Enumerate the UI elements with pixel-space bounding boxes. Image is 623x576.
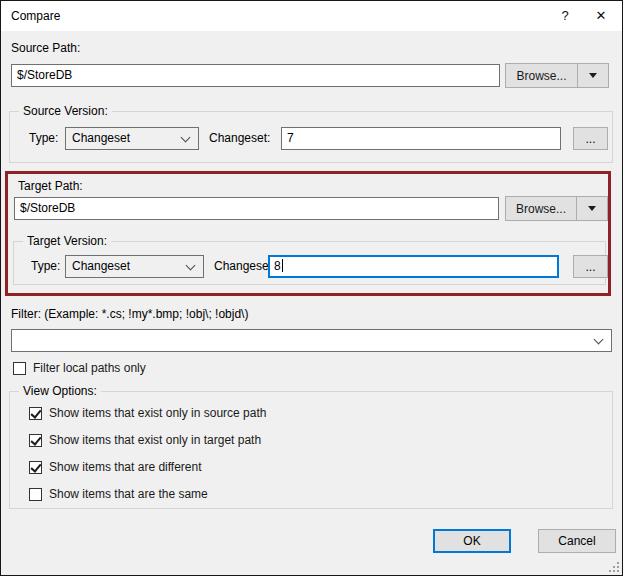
source-type-value: Changeset [72,131,130,145]
triangle-down-icon [589,73,597,78]
target-changeset-value: 8 [274,259,281,273]
checkbox-icon[interactable] [13,362,26,375]
show-only-in-source-checkbox-row[interactable]: Show items that exist only in source pat… [29,406,266,420]
close-icon[interactable]: ✕ [582,1,620,31]
view-options-group-label: View Options: [19,384,101,398]
source-path-label: Source Path: [11,41,80,55]
chevron-down-icon [181,133,191,143]
checkbox-icon[interactable] [29,407,42,420]
filter-combobox[interactable] [11,329,612,352]
checkbox-label: Show items that are different [49,460,202,474]
source-type-label: Type: [29,131,58,145]
target-changeset-more-button[interactable]: ... [573,255,608,278]
target-changeset-input[interactable]: 8 [268,255,559,278]
show-same-checkbox-row[interactable]: Show items that are the same [29,487,208,501]
window-title: Compare [11,9,60,23]
target-browse-button[interactable]: Browse... [506,197,577,220]
show-different-checkbox-row[interactable]: Show items that are different [29,460,202,474]
source-browse-split-button: Browse... [505,63,609,88]
target-type-select[interactable]: Changeset [65,255,204,278]
ok-button[interactable]: OK [433,529,511,553]
title-bar[interactable]: Compare ? ✕ [1,1,622,31]
target-path-input[interactable]: $/StoreDB [14,197,499,220]
source-changeset-input[interactable]: 7 [281,127,561,150]
checkbox-icon[interactable] [29,461,42,474]
compare-dialog: Compare ? ✕ Source Path: $/StoreDB Brows… [0,0,623,576]
checkbox-icon[interactable] [29,434,42,447]
target-changeset-label: Changeset: [214,259,275,273]
target-browse-dropdown-button[interactable] [577,197,607,220]
cancel-button[interactable]: Cancel [538,529,616,553]
checkbox-label: Show items that are the same [49,487,208,501]
show-only-in-target-checkbox-row[interactable]: Show items that exist only in target pat… [29,433,261,447]
checkbox-icon[interactable] [29,488,42,501]
help-icon[interactable]: ? [546,1,584,31]
source-path-input[interactable]: $/StoreDB [11,64,500,87]
target-browse-split-button: Browse... [505,196,608,221]
target-path-label: Target Path: [18,179,83,193]
source-browse-button[interactable]: Browse... [506,64,578,87]
target-version-group-label: Target Version: [23,234,111,248]
filter-local-paths-checkbox-row[interactable]: Filter local paths only [13,361,146,375]
checkbox-label: Show items that exist only in target pat… [49,433,261,447]
source-type-select[interactable]: Changeset [65,127,199,150]
source-browse-dropdown-button[interactable] [578,64,608,87]
text-caret [282,259,283,272]
resize-grip-icon[interactable] [609,562,619,572]
checkbox-label: Show items that exist only in source pat… [49,406,266,420]
source-changeset-more-button[interactable]: ... [573,127,608,150]
source-version-group-label: Source Version: [19,104,112,118]
filter-local-paths-label: Filter local paths only [33,361,146,375]
triangle-down-icon [588,206,596,211]
chevron-down-icon [594,335,604,345]
target-type-value: Changeset [72,259,130,273]
chevron-down-icon [186,261,196,271]
target-type-label: Type: [31,259,60,273]
source-changeset-label: Changeset: [209,131,270,145]
filter-label: Filter: (Example: *.cs; !my*.bmp; !obj\;… [11,307,248,321]
